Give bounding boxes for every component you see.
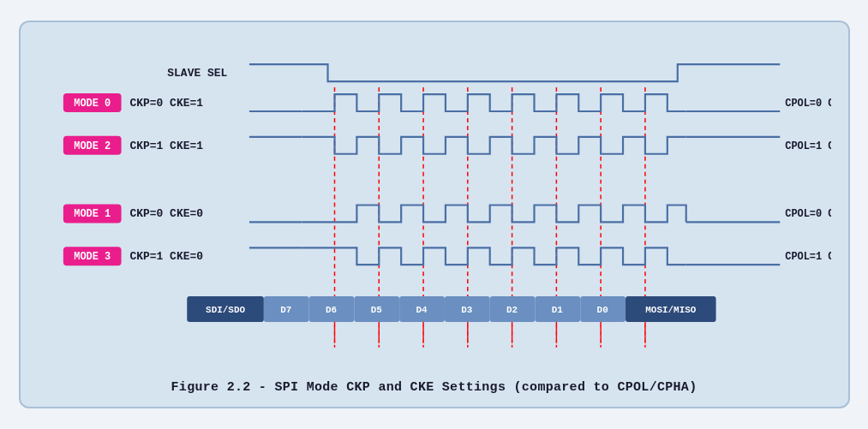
slave-sel-label: SLAVE SEL bbox=[167, 67, 227, 80]
mode1-params: CKP=0 CKE=0 bbox=[129, 207, 203, 220]
main-container: .mono { font-family: 'Courier New', Cour… bbox=[19, 21, 850, 408]
d4-label: D4 bbox=[416, 305, 428, 315]
timing-diagram-svg: .mono { font-family: 'Courier New', Cour… bbox=[38, 38, 831, 372]
d0-label: D0 bbox=[596, 305, 608, 315]
d7-label: D7 bbox=[280, 305, 291, 315]
d5-label: D5 bbox=[370, 305, 381, 315]
diagram-area: .mono { font-family: 'Courier New', Cour… bbox=[38, 38, 831, 372]
mode1-right-params: CPOL=0 CPHA=1 bbox=[785, 208, 831, 220]
d3-label: D3 bbox=[461, 305, 473, 315]
mode0-params: CKP=0 CKE=1 bbox=[129, 97, 203, 110]
figure-caption: Figure 2.2 - SPI Mode CKP and CKE Settin… bbox=[38, 380, 831, 395]
d6-label: D6 bbox=[325, 305, 336, 315]
d1-label: D1 bbox=[551, 305, 563, 315]
sdi-sdo-label: SDI/SDO bbox=[206, 305, 245, 315]
mode2-params: CKP=1 CKE=1 bbox=[129, 140, 203, 152]
mode0-badge: MODE 0 bbox=[74, 98, 111, 110]
mode2-right-params: CPOL=1 CPHA=0 bbox=[785, 140, 831, 152]
mode3-right-params: CPOL=1 CPHA=1 bbox=[785, 251, 831, 263]
mode3-params: CKP=1 CKE=0 bbox=[129, 250, 203, 263]
mode2-badge: MODE 2 bbox=[74, 140, 111, 152]
mode3-badge: MODE 3 bbox=[74, 251, 111, 263]
mode0-right-params: CPOL=0 CPHA=0 bbox=[785, 98, 831, 110]
mode1-badge: MODE 1 bbox=[74, 208, 111, 220]
d2-label: D2 bbox=[506, 305, 518, 315]
mosi-miso-label: MOSI/MISO bbox=[645, 305, 697, 315]
